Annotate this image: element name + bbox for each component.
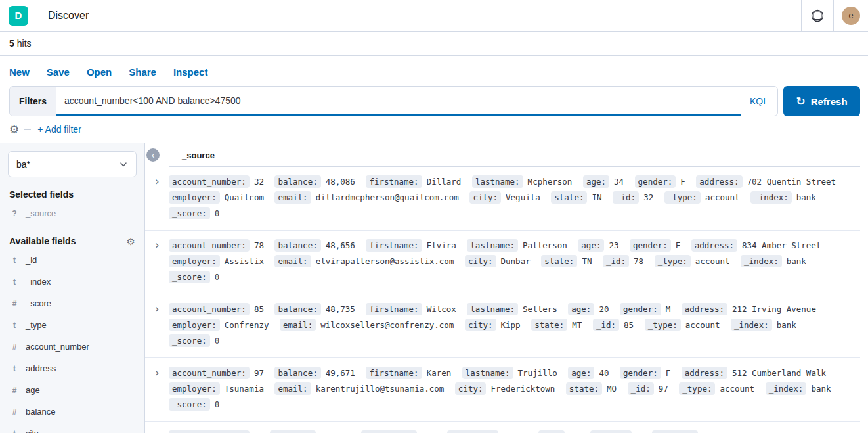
app-logo[interactable]: D: [9, 6, 28, 26]
row-source-content: account_number:32 balance:48,086 firstna…: [169, 174, 860, 221]
field-value: 20: [599, 304, 609, 314]
hits-label: hits: [17, 38, 32, 49]
field-pair: balance:48,735: [274, 304, 355, 314]
field-pair: _score:0: [169, 399, 219, 409]
toolbar-item-save[interactable]: Save: [47, 66, 70, 78]
toolbar-item-share[interactable]: Share: [129, 66, 156, 78]
field-item-account_number[interactable]: #account_number: [8, 336, 137, 357]
field-pair: state:MO: [566, 384, 617, 394]
field-value: MT: [572, 320, 582, 330]
field-name-pill: firstname:: [366, 367, 422, 379]
collapse-sidebar-button[interactable]: ‹: [146, 148, 160, 162]
field-pair: _type:account: [655, 256, 730, 266]
field-name: balance: [26, 407, 56, 417]
field-pair: firstname:Dillard: [366, 177, 461, 187]
refresh-label: Refresh: [811, 96, 848, 107]
field-name-pill: _type:: [645, 319, 681, 331]
field-item-source[interactable]: ?_source: [8, 202, 137, 224]
field-name: address: [26, 363, 56, 373]
field-item-index[interactable]: t_index: [8, 271, 137, 292]
field-name-pill: age:: [568, 303, 594, 315]
doc-rows: ›account_number:32 balance:48,086 firstn…: [145, 167, 860, 433]
field-pair: _id:32: [613, 193, 653, 202]
filter-settings-gear-icon[interactable]: ⚙: [9, 124, 19, 135]
field-item-address[interactable]: taddress: [8, 357, 137, 379]
field-name-pill: _score:: [169, 334, 210, 347]
field-value: Kipp: [501, 320, 521, 330]
field-item-type[interactable]: t_type: [8, 314, 137, 336]
field-pair: _index:bank: [766, 384, 831, 394]
fields-sidebar: ba* Selected fields ?_source Available f…: [0, 143, 145, 433]
field-pair: employer:Confrenzy: [169, 320, 269, 330]
filters-button[interactable]: Filters: [10, 87, 56, 116]
field-name-pill: gender:: [620, 303, 661, 315]
field-value: 0: [215, 336, 220, 346]
field-value: Sellers: [523, 304, 557, 314]
field-pair: email:elvirapatterson@assistix.com: [274, 256, 454, 266]
add-filter-link[interactable]: + Add filter: [37, 124, 81, 135]
field-name-pill: employer:: [169, 319, 220, 331]
field-name-pill: state:: [551, 191, 587, 204]
field-type-icon: ?: [11, 209, 18, 218]
field-pair: _index:bank: [731, 320, 796, 330]
field-name-pill: account_number:: [169, 239, 250, 252]
field-item-balance[interactable]: #balance: [8, 401, 137, 422]
field-pair: age:40: [568, 368, 609, 378]
field-name-pill: city:: [455, 382, 487, 395]
field-pair: account_number:78: [169, 240, 264, 250]
query-input[interactable]: account_number<100 AND balance>47500: [56, 87, 741, 116]
newsfeed-button[interactable]: [802, 0, 833, 31]
field-value: 512 Cumberland Walk: [732, 368, 826, 378]
field-pair: _type:account: [679, 384, 754, 394]
selected-fields-title: Selected fields: [9, 189, 74, 200]
field-pair: city:Veguita: [469, 193, 540, 202]
field-name-pill: balance:: [270, 430, 316, 433]
kql-toggle[interactable]: KQL: [741, 87, 777, 116]
field-value: 0: [215, 208, 220, 218]
field-item-score[interactable]: #_score: [8, 292, 137, 314]
avatar[interactable]: e: [842, 7, 860, 25]
field-name-pill: _id:: [628, 382, 654, 395]
field-name: _index: [26, 277, 51, 286]
field-name-pill: age:: [583, 175, 609, 188]
field-name-pill: email:: [280, 319, 316, 331]
field-item-age[interactable]: #age: [8, 379, 137, 401]
field-value: bank: [811, 384, 831, 394]
toolbar-item-inspect[interactable]: Inspect: [173, 66, 208, 78]
expand-row-icon[interactable]: ›: [145, 365, 169, 413]
results-area: ‹ _source ›account_number:32 balance:48,…: [145, 143, 868, 433]
field-value: 48,656: [326, 240, 355, 250]
field-pair: _score:0: [169, 336, 219, 346]
field-pair: account_number:32: [169, 177, 264, 187]
field-settings-gear-icon[interactable]: ⚙: [127, 237, 135, 246]
field-type-icon: t: [11, 277, 18, 286]
field-name-pill: firstname:: [366, 239, 422, 252]
field-name-pill: _index:: [766, 382, 807, 395]
field-name-pill: _id:: [593, 319, 619, 331]
field-pair: balance:49,671: [274, 368, 355, 378]
expand-row-icon[interactable]: ›: [145, 174, 169, 221]
field-item-id[interactable]: t_id: [8, 249, 137, 271]
field-value: 32: [254, 177, 264, 187]
table-row: ›account_number:8 balance:48,868 firstna…: [145, 422, 860, 433]
field-name-pill: lastname:: [462, 367, 513, 379]
field-value: F: [676, 240, 681, 250]
field-name-pill: employer:: [169, 382, 220, 395]
expand-row-icon[interactable]: ›: [145, 302, 169, 349]
field-item-city[interactable]: tcity: [8, 422, 137, 433]
field-name-pill: age:: [578, 239, 604, 252]
field-name-pill: address:: [682, 303, 727, 315]
content-area: ba* Selected fields ?_source Available f…: [0, 143, 868, 433]
expand-row-icon[interactable]: ›: [145, 429, 169, 433]
refresh-button[interactable]: ↻ Refresh: [783, 86, 860, 116]
field-value: TN: [582, 256, 592, 266]
index-pattern-select[interactable]: ba*: [8, 151, 137, 177]
search-row: Filters account_number<100 AND balance>4…: [9, 86, 860, 116]
table-row: ›account_number:78 balance:48,656 firstn…: [145, 231, 860, 294]
toolbar-item-open[interactable]: Open: [87, 66, 112, 78]
field-name-pill: account_number:: [169, 175, 250, 188]
expand-row-icon[interactable]: ›: [145, 238, 169, 285]
toolbar-item-new[interactable]: New: [9, 66, 30, 78]
field-name-pill: address:: [682, 367, 727, 379]
field-pair: email:wilcoxsellers@confrenzy.com: [280, 320, 454, 330]
